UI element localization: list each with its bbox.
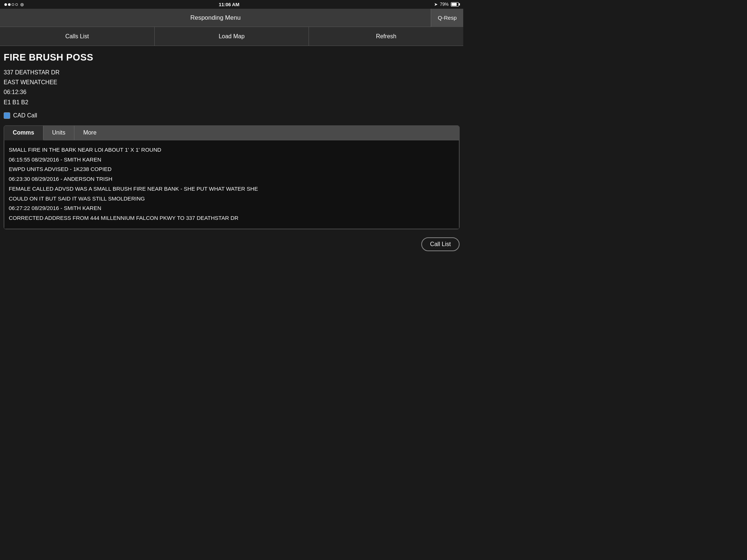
comms-line-4: 06:23:30 08/29/2016 - ANDERSON TRISH — [9, 175, 454, 184]
incident-units: E1 B1 B2 — [4, 97, 460, 107]
status-left: ⊛ — [4, 2, 24, 7]
status-time: 11:06 AM — [219, 2, 240, 7]
main-content: FIRE BRUSH POSS 337 DEATHSTAR DR EAST WE… — [0, 46, 463, 259]
tabs-container: Comms Units More SMALL FIRE IN THE BARK … — [4, 125, 460, 229]
signal-dot-4 — [15, 3, 18, 6]
refresh-button[interactable]: Refresh — [309, 27, 463, 46]
sub-nav: Calls List Load Map Refresh — [0, 27, 463, 46]
battery-percent: 79% — [440, 2, 449, 7]
cad-checkbox[interactable] — [4, 112, 10, 119]
tabs-header: Comms Units More — [4, 126, 459, 140]
q-resp-button[interactable]: Q-Resp — [431, 9, 463, 27]
comms-line-1: SMALL FIRE IN THE BARK NEAR LOI ABOUT 1'… — [9, 145, 454, 155]
call-list-button[interactable]: Call List — [421, 237, 460, 251]
status-bar: ⊛ 11:06 AM ➤ 79% — [0, 0, 463, 9]
location-arrow-icon: ➤ — [434, 2, 438, 7]
signal-dot-3 — [12, 3, 14, 6]
incident-time: 06:12:36 — [4, 87, 460, 97]
incident-address2: EAST WENATCHEE — [4, 77, 460, 87]
comms-line-2: 06:15:55 08/29/2016 - SMITH KAREN — [9, 155, 454, 164]
comms-line-5: FEMALE CALLED ADVSD WAS A SMALL BRUSH FI… — [9, 184, 454, 194]
incident-details: 337 DEATHSTAR DR EAST WENATCHEE 06:12:36… — [4, 67, 460, 107]
calls-list-button[interactable]: Calls List — [0, 27, 155, 46]
comms-line-8: CORRECTED ADDRESS FROM 444 MILLENNIUM FA… — [9, 214, 454, 223]
comms-line-7: 06:27:22 08/29/2016 - SMITH KAREN — [9, 204, 454, 213]
cad-call-label: CAD Call — [13, 112, 37, 119]
tab-comms[interactable]: Comms — [4, 126, 43, 140]
comms-content: SMALL FIRE IN THE BARK NEAR LOI ABOUT 1'… — [4, 140, 459, 229]
incident-address1: 337 DEATHSTAR DR — [4, 67, 460, 77]
incident-title: FIRE BRUSH POSS — [4, 52, 460, 63]
signal-dots — [4, 3, 18, 6]
load-map-button[interactable]: Load Map — [155, 27, 309, 46]
wifi-icon: ⊛ — [20, 2, 24, 7]
app-title: Responding Menu — [0, 14, 431, 22]
battery-icon — [451, 2, 459, 7]
comms-line-3: EWPD UNITS ADVISED - 1K238 COPIED — [9, 165, 454, 174]
cad-call-row: CAD Call — [4, 112, 460, 119]
call-list-section: Call List — [4, 235, 460, 253]
signal-dot-2 — [8, 3, 11, 6]
tab-more[interactable]: More — [74, 126, 105, 140]
status-right: ➤ 79% — [434, 2, 459, 7]
top-nav: Responding Menu Q-Resp — [0, 9, 463, 27]
comms-line-6: COULD ON IT BUT SAID IT WAS STILL SMOLDE… — [9, 194, 454, 203]
signal-dot-1 — [4, 3, 7, 6]
tab-units[interactable]: Units — [43, 126, 74, 140]
